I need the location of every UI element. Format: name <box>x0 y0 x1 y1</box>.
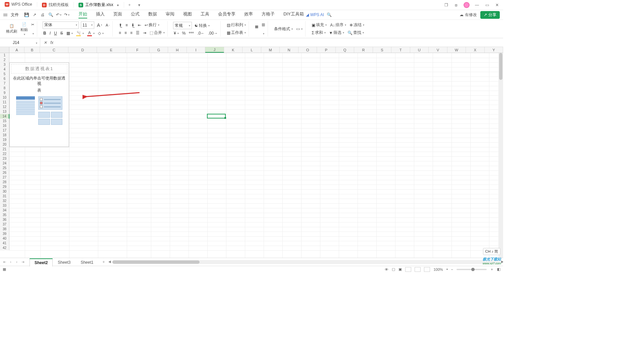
sheet-nav-button[interactable]: ⇤ <box>2 259 7 265</box>
column-header[interactable]: I <box>187 47 205 53</box>
status-mode-icon[interactable]: ▦ <box>3 267 6 271</box>
merge-cells-button[interactable]: ⬚ 合并 <box>149 30 165 36</box>
row-header[interactable]: 29 <box>0 185 9 189</box>
ribbon-tab[interactable]: 工具 <box>201 11 209 18</box>
row-header[interactable]: 24 <box>0 161 9 166</box>
clear-format-button[interactable]: ◇ <box>97 31 104 36</box>
ribbon-tab[interactable]: 视图 <box>183 11 192 18</box>
row-header[interactable]: 3 <box>0 62 9 67</box>
row-header[interactable]: 42 <box>0 246 9 250</box>
paste-button[interactable]: 📄粘贴 <box>20 22 29 36</box>
row-header[interactable]: 38 <box>0 227 9 232</box>
row-header[interactable]: 21 <box>0 147 9 152</box>
add-sheet-button[interactable]: ＋ <box>98 259 109 265</box>
row-header[interactable]: 16 <box>0 123 9 128</box>
row-header[interactable]: 5 <box>0 72 9 77</box>
doc-tab[interactable]: WWPS Office <box>0 2 37 7</box>
window-snap-icon[interactable]: ❐ <box>443 2 449 8</box>
column-header[interactable]: V <box>429 47 447 53</box>
sheet-tab[interactable]: Sheet3 <box>53 258 75 266</box>
horizontal-scrollbar[interactable]: ◀▶ <box>112 260 500 264</box>
column-header[interactable]: P <box>317 47 335 53</box>
row-header[interactable]: 17 <box>0 128 9 133</box>
select-all-corner[interactable] <box>0 47 9 53</box>
unsaved-indicator[interactable]: ☁ 有修改 <box>460 12 477 18</box>
name-box[interactable]: J14 <box>0 38 40 47</box>
column-header[interactable]: W <box>447 47 466 53</box>
column-header[interactable]: C <box>40 47 68 53</box>
print-icon[interactable]: 🖨 <box>40 12 46 18</box>
column-header[interactable]: N <box>280 47 298 53</box>
new-tab-button[interactable]: ＋ <box>124 2 135 8</box>
user-avatar[interactable] <box>464 2 470 8</box>
number-format-select[interactable]: 常规▾ <box>173 22 192 29</box>
file-menu[interactable]: 文件 <box>11 12 19 18</box>
shrink-font-button[interactable]: A- <box>105 23 110 28</box>
border-button[interactable]: ▦ <box>66 31 73 36</box>
vertical-scrollbar[interactable] <box>498 53 503 258</box>
row-header[interactable]: 10 <box>0 95 9 100</box>
eye-icon[interactable]: 👁 <box>385 267 388 271</box>
italic-button[interactable]: I <box>49 31 51 36</box>
row-header[interactable]: 27 <box>0 175 9 180</box>
search-icon[interactable]: 🔍 <box>326 12 332 18</box>
autosum-button[interactable]: Σ 求和 <box>311 30 326 36</box>
fill-color-button[interactable]: 🫗 <box>75 30 85 37</box>
zen-icon[interactable]: ▣ <box>398 267 402 271</box>
column-header[interactable]: Q <box>336 47 354 53</box>
row-header[interactable]: 30 <box>0 189 9 194</box>
save-icon[interactable]: 💾 <box>23 12 30 18</box>
row-header[interactable]: 9 <box>0 91 9 95</box>
font-family-select[interactable]: 宋体▾ <box>43 21 79 29</box>
indent-increase-button[interactable]: ⇥ <box>142 30 147 36</box>
column-header[interactable]: G <box>150 47 168 53</box>
row-header[interactable]: 40 <box>0 236 9 241</box>
grow-font-button[interactable]: A+ <box>96 22 103 28</box>
row-header[interactable]: 15 <box>0 119 9 123</box>
column-header[interactable]: U <box>410 47 429 53</box>
doc-tab[interactable]: D找稻壳模板 <box>37 2 74 8</box>
fill-button[interactable]: ▣ 填充 <box>311 22 327 28</box>
align-top-button[interactable]: ⬆̲ <box>118 22 123 28</box>
zoom-slider[interactable] <box>457 269 487 270</box>
row-header[interactable]: 32 <box>0 199 9 203</box>
ribbon-tab[interactable]: 开始 <box>78 11 87 18</box>
row-header[interactable]: 25 <box>0 166 9 170</box>
underline-button[interactable]: U <box>53 31 58 36</box>
conditional-format-button[interactable]: 条件格式 <box>273 26 293 32</box>
ribbon-tab[interactable]: 插入 <box>96 11 105 18</box>
thousands-button[interactable]: ᵒᵒᵒ <box>188 31 195 36</box>
indent-decrease-button[interactable]: ⇤ <box>137 22 142 28</box>
row-header[interactable]: 31 <box>0 194 9 199</box>
format-painter-button[interactable]: 📋格式刷 <box>5 23 18 34</box>
wrap-text-button[interactable]: ↩ 换行 <box>144 22 160 28</box>
find-button[interactable]: 🔍 查找 <box>347 30 365 36</box>
row-header[interactable]: 2 <box>0 58 9 62</box>
align-justify-button[interactable]: ☰ <box>135 30 140 36</box>
currency-button[interactable]: ¥ <box>173 31 179 36</box>
focus-icon[interactable]: ▢ <box>392 267 395 271</box>
print-preview-icon[interactable]: 🔍 <box>48 12 54 18</box>
zoom-out-button[interactable]: − <box>451 267 453 271</box>
font-color-button[interactable]: A <box>87 30 95 37</box>
align-center-button[interactable]: ≡ <box>124 30 127 36</box>
sort-button[interactable]: A↓ 排序 <box>329 22 347 28</box>
row-header[interactable]: 28 <box>0 180 9 185</box>
column-header[interactable]: R <box>354 47 373 53</box>
sheet-nav-button[interactable]: › <box>14 259 19 265</box>
fx-icon[interactable]: fx <box>50 40 53 45</box>
sheet-nav-button[interactable]: ⇥ <box>20 259 25 265</box>
row-header[interactable]: 26 <box>0 170 9 175</box>
sidebar-toggle-icon[interactable]: ◧ <box>497 267 500 271</box>
column-header[interactable]: S <box>373 47 391 53</box>
ribbon-tab[interactable]: DIY工具箱 <box>283 11 304 18</box>
pivot-table-placeholder[interactable]: 数据透视表1 在此区域内单击可使用数据透视 表 <box>9 62 69 147</box>
column-header[interactable]: L <box>243 47 261 53</box>
cube-icon[interactable]: ⧈ <box>453 2 459 8</box>
cancel-formula-icon[interactable]: ✕ <box>44 40 47 45</box>
percent-button[interactable]: % <box>181 31 186 36</box>
column-header[interactable]: O <box>299 47 317 53</box>
wps-ai-button[interactable]: ◢WPS AI <box>306 12 324 17</box>
row-col-button[interactable]: ▤ 行和列 <box>226 22 247 28</box>
row-header[interactable]: 20 <box>0 142 9 147</box>
